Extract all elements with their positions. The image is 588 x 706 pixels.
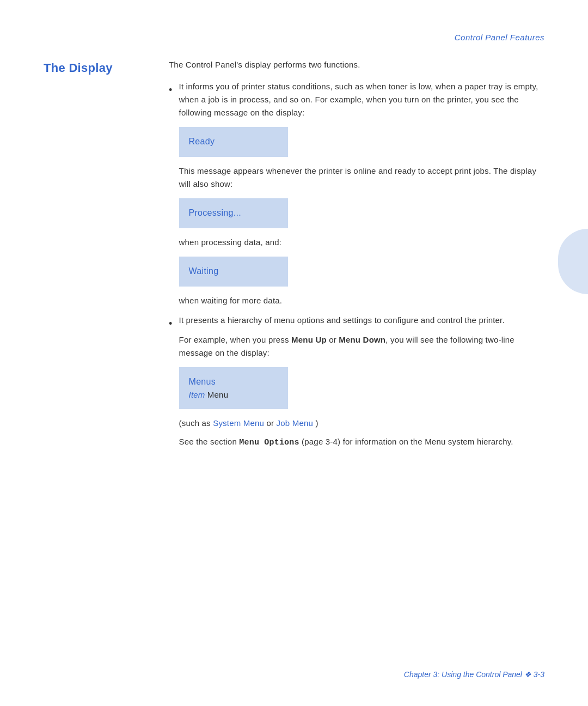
menu-options-label: Menu Options — [239, 438, 299, 447]
bullet2-paragraph2: For example, when you press Menu Up or M… — [179, 333, 544, 360]
page-footer: Chapter 3: Using the Control Panel ❖ 3-3 — [44, 670, 544, 679]
display-waiting-text: Waiting — [189, 264, 278, 278]
bullet1-text2: This message appears whenever the printe… — [179, 166, 537, 188]
footer-text: Chapter 3: Using the Control Panel ❖ 3-3 — [404, 670, 544, 679]
content-area: The Display The Control Panel's display … — [44, 59, 544, 461]
display-menus-line2: Item Menu — [189, 388, 278, 401]
menu-up-label: Menu Up — [291, 335, 327, 344]
bullet2-text2-part1: For example, when you press — [179, 335, 292, 344]
bullet-item-2: • It presents a hierarchy of menu option… — [169, 314, 544, 455]
header-title: Control Panel Features — [455, 33, 544, 42]
bullet1-text1: It informs you of printer status conditi… — [179, 82, 538, 117]
intro-paragraph: The Control Panel's display performs two… — [169, 59, 544, 71]
display-menus-line1: Menus — [189, 375, 278, 389]
page-header: Control Panel Features — [44, 33, 544, 42]
display-box-waiting: Waiting — [179, 257, 288, 287]
system-menu-link: System Menu — [213, 418, 264, 428]
display-processing-text: Processing... — [189, 206, 278, 220]
content-column: The Control Panel's display performs two… — [163, 59, 544, 461]
bullet2-text3-part1: (such as — [179, 418, 213, 428]
display-ready-text: Ready — [189, 135, 278, 149]
display-menus-menu: Menu — [205, 390, 229, 399]
bullet2-text4-part1: See the section — [179, 437, 240, 446]
display-menus-item: Item — [189, 390, 205, 399]
section-title: The Display — [44, 61, 113, 75]
bullet2-text3-part2: ) — [313, 418, 318, 428]
bullet2-paragraph4: See the section Menu Options (page 3-4) … — [179, 435, 544, 449]
display-box-processing: Processing... — [179, 198, 288, 228]
job-menu-link: Job Menu — [277, 418, 313, 428]
display-box-menus: Menus Item Menu — [179, 367, 288, 410]
bullet2-text3-or: or — [264, 418, 276, 428]
bullet1-text4: when waiting for more data. — [179, 296, 283, 305]
display-box-ready: Ready — [179, 127, 288, 157]
bullet-text-2: It presents a hierarchy of menu options … — [179, 314, 544, 455]
bullet2-text1: It presents a hierarchy of menu options … — [179, 315, 505, 325]
menu-down-label: Menu Down — [339, 335, 385, 344]
bullet-dot-2: • — [169, 316, 173, 455]
side-tab-decoration — [558, 229, 588, 294]
section-title-column: The Display — [44, 59, 163, 461]
bullet1-text3: when processing data, and: — [179, 238, 282, 247]
bullet2-paragraph3: (such as System Menu or Job Menu ) — [179, 417, 544, 430]
bullet-text-1: It informs you of printer status conditi… — [179, 80, 544, 307]
bullet-dot-1: • — [169, 82, 173, 307]
page-container: Control Panel Features The Display The C… — [0, 0, 588, 706]
bullet2-or: or — [327, 335, 339, 344]
bullet-item-1: • It informs you of printer status condi… — [169, 80, 544, 307]
bullet2-text4-part2: (page 3-4) for information on the Menu s… — [299, 437, 513, 446]
bullet-list: • It informs you of printer status condi… — [169, 80, 544, 455]
